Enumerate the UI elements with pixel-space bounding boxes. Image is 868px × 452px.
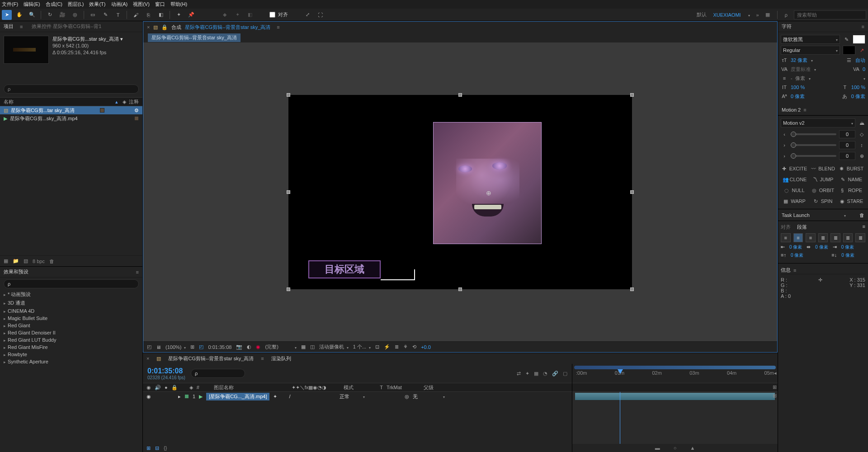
panel-menu-icon[interactable]: ≡ [862, 24, 864, 29]
align-center-button[interactable]: ≡ [793, 233, 803, 242]
help-search-input[interactable] [794, 10, 866, 19]
align-left-button[interactable]: ≡ [781, 233, 791, 242]
graph-icon[interactable]: ⊞ [773, 384, 777, 390]
composition-canvas[interactable]: ⊕ 目标区域 [288, 95, 632, 289]
selection-handle[interactable] [630, 287, 634, 291]
motion-jump-button[interactable]: 〽JUMP [809, 174, 837, 184]
anchor-tool-icon[interactable]: ◇ [858, 131, 865, 138]
roto-tool[interactable]: ✦ [174, 10, 184, 20]
baseline-value[interactable]: 0 像素 [791, 93, 805, 100]
menu-composition[interactable]: 合成(C) [46, 1, 62, 8]
fx-category[interactable]: Red Giant Denoiser II [0, 329, 142, 336]
space-after[interactable]: 0 像素 [841, 252, 854, 259]
selection-handle[interactable] [287, 190, 290, 194]
font-style-dropdown[interactable]: Regular [781, 46, 840, 55]
motion-blend-button[interactable]: 〰BLEND [809, 164, 837, 174]
stroke-style-dropdown[interactable] [863, 75, 865, 81]
indent-right[interactable]: 0 像素 [841, 244, 854, 250]
comp-marker-icon[interactable]: ◂ [774, 370, 777, 376]
puppet-tool[interactable]: 📌 [186, 10, 196, 20]
motion-preset-dropdown[interactable]: Motion v2 [781, 118, 855, 127]
tl-icon[interactable]: ▢ [563, 371, 567, 377]
motion-slider-1[interactable] [791, 133, 836, 135]
anchor-right-icon[interactable]: › [781, 141, 788, 149]
reset-exposure-icon[interactable]: ⟲ [412, 344, 416, 350]
snap-checkbox[interactable] [269, 12, 275, 18]
project-item-video[interactable]: ▶ 星际争霸CG剪...sky_高清.mp4 [0, 114, 142, 122]
composition-viewer[interactable]: ⊕ 目标区域 [143, 42, 777, 341]
tl-icon[interactable]: 🔗 [552, 371, 558, 377]
new-comp-icon[interactable]: ▧ [24, 258, 28, 264]
comp-breadcrumb[interactable]: 星际争霸CG剪辑--背景音star sky_高清 [148, 33, 241, 42]
indent-left[interactable]: 0 像素 [789, 244, 802, 250]
menu-animation[interactable]: 动画(A) [111, 1, 128, 8]
fx-category[interactable]: Magic Bullet Suite [0, 315, 142, 322]
selection-handle[interactable] [458, 287, 462, 291]
menu-help[interactable]: 帮助(H) [170, 1, 187, 8]
font-family-dropdown[interactable]: 微软雅黑 [781, 35, 840, 44]
align-right-button[interactable]: ≡ [806, 233, 816, 242]
fx-category[interactable]: Red Giant LUT Buddy [0, 336, 142, 344]
leading-value[interactable]: 自动 [855, 57, 865, 64]
motion-spin-button[interactable]: ↻SPIN [809, 196, 837, 206]
layer-duration-bar[interactable] [575, 393, 775, 400]
panel-menu-icon[interactable]: ≡ [863, 224, 865, 231]
selection-handle[interactable] [287, 93, 290, 97]
resolution-icon[interactable]: ⊞ [190, 344, 194, 350]
video-frame[interactable]: ⊕ [433, 122, 542, 244]
tl-icon[interactable]: ⇄ [517, 371, 521, 377]
audio-col-icon[interactable]: 🔊 [155, 385, 161, 391]
motion-orbit-button[interactable]: ◎ORBIT [809, 185, 837, 195]
playhead[interactable] [618, 369, 623, 374]
tracking-value[interactable]: 0 [863, 66, 865, 72]
menu-effect[interactable]: 效果(T) [89, 1, 105, 8]
camera-tool[interactable]: 🎥 [57, 10, 67, 20]
eye-col-icon[interactable]: ◉ [146, 385, 151, 391]
indent-first[interactable]: 0 像素 [815, 244, 828, 250]
motion-slider-3[interactable] [791, 155, 836, 157]
transparency-icon[interactable]: ▦ [301, 344, 306, 350]
motion-clone-button[interactable]: 👥CLONE [781, 174, 808, 184]
roi-icon[interactable]: ◰ [199, 344, 203, 350]
interpret-icon[interactable]: ▦ [4, 258, 8, 264]
time-ruler[interactable]: :00m 01m 02m 03m 04m 05m ◂ [572, 364, 778, 383]
tab-paragraph[interactable]: 段落 [797, 224, 807, 231]
layer-fx-icon[interactable]: ✦ [273, 394, 277, 400]
tl-icon[interactable]: ✦ [525, 371, 529, 377]
channel-icon[interactable]: 🖥 [156, 344, 161, 350]
swap-colors-icon[interactable]: ↗ [858, 47, 865, 54]
chevrons-icon[interactable]: » [756, 12, 759, 18]
menu-file[interactable]: 文件(F) [2, 1, 18, 8]
effects-search-input[interactable]: ρ [4, 279, 139, 288]
views-dropdown[interactable]: 1 个... [353, 344, 371, 350]
tab-effect-controls[interactable]: 效果控件 星际争霸CG剪辑--背1 [32, 23, 101, 30]
layer-visible-icon[interactable]: ◉ [146, 394, 151, 400]
motion-null-button[interactable]: ◌NULL [781, 185, 808, 195]
selection-handle[interactable] [630, 93, 634, 97]
vscale-value[interactable]: 100 % [791, 85, 805, 90]
eyedropper-icon[interactable]: ✎ [843, 36, 850, 43]
eraser-tool[interactable]: ◧ [156, 10, 166, 20]
zoom-slider[interactable]: ○ [674, 445, 677, 451]
selection-handle[interactable] [458, 93, 462, 97]
toggle-switches-icon[interactable]: ⊞ [146, 445, 151, 451]
clone-tool[interactable]: ⎘ [143, 10, 153, 20]
kerning-value[interactable]: 度量标准 [791, 66, 811, 73]
fast-preview-icon[interactable]: ⚡ [384, 344, 390, 350]
tsume-value[interactable]: 0 像素 [851, 93, 865, 100]
timeline-tab[interactable]: 星际争霸CG剪辑--背景音star sky_高清 [168, 355, 254, 362]
tab-project[interactable]: 项目 [4, 23, 14, 30]
parent-dropdown[interactable]: 无 [413, 393, 445, 400]
justify-right-button[interactable]: ≣ [843, 233, 853, 242]
pan-behind-tool[interactable]: ◎ [70, 10, 80, 20]
snap-option-1[interactable]: ⤢ [302, 10, 312, 20]
toggle-brackets-icon[interactable]: {} [164, 445, 167, 451]
lock-col-icon[interactable]: 🔒 [171, 385, 178, 391]
fill-color-swatch[interactable] [853, 35, 865, 44]
tl-icon[interactable]: ◔ [543, 371, 547, 377]
fx-category[interactable]: CINEMA 4D [0, 307, 142, 315]
fx-category[interactable]: 3D 通道 [0, 299, 142, 307]
magnification-icon[interactable]: ◰ [147, 344, 151, 350]
zoom-dropdown[interactable]: (100%) [165, 344, 186, 350]
link-icon[interactable]: ↕ [858, 141, 865, 149]
